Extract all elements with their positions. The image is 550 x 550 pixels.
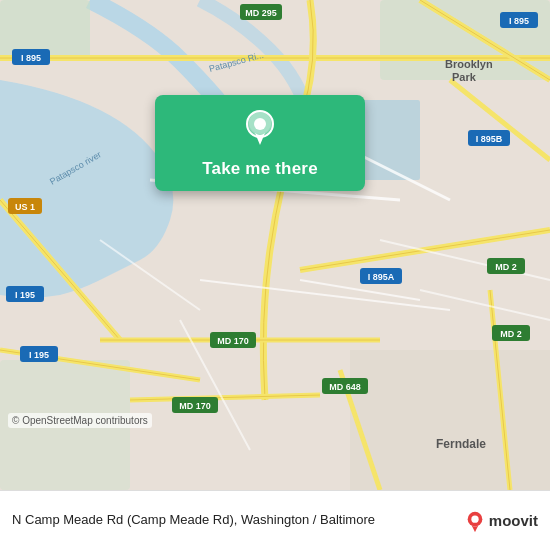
- svg-point-66: [254, 118, 266, 130]
- svg-text:I 895: I 895: [21, 53, 41, 63]
- svg-text:Park: Park: [452, 71, 477, 83]
- svg-point-68: [471, 515, 478, 522]
- svg-text:MD 170: MD 170: [217, 336, 249, 346]
- svg-text:I 895B: I 895B: [476, 134, 503, 144]
- svg-text:MD 2: MD 2: [500, 329, 522, 339]
- svg-text:Brooklyn: Brooklyn: [445, 58, 493, 70]
- moovit-pin-icon: [464, 510, 486, 532]
- take-me-there-button[interactable]: Take me there: [202, 159, 318, 179]
- svg-text:I 195: I 195: [15, 290, 35, 300]
- location-text: N Camp Meade Rd (Camp Meade Rd), Washing…: [12, 512, 456, 529]
- svg-text:I 195: I 195: [29, 350, 49, 360]
- bottom-bar: N Camp Meade Rd (Camp Meade Rd), Washing…: [0, 490, 550, 550]
- svg-text:MD 295: MD 295: [245, 8, 277, 18]
- moovit-logo: moovit: [464, 510, 538, 532]
- map-container: I 895 MD 295 I 895 I 895B I 895A US 1 I …: [0, 0, 550, 490]
- svg-text:I 895: I 895: [509, 16, 529, 26]
- svg-rect-5: [350, 350, 550, 490]
- take-me-there-overlay[interactable]: Take me there: [155, 95, 365, 191]
- svg-text:MD 2: MD 2: [495, 262, 517, 272]
- location-pin-icon: [238, 107, 282, 151]
- svg-text:MD 648: MD 648: [329, 382, 361, 392]
- osm-credit: © OpenStreetMap contributors: [8, 413, 152, 428]
- svg-text:Ferndale: Ferndale: [436, 437, 486, 451]
- moovit-label: moovit: [489, 512, 538, 529]
- svg-text:MD 170: MD 170: [179, 401, 211, 411]
- svg-text:US 1: US 1: [15, 202, 35, 212]
- svg-text:I 895A: I 895A: [368, 272, 395, 282]
